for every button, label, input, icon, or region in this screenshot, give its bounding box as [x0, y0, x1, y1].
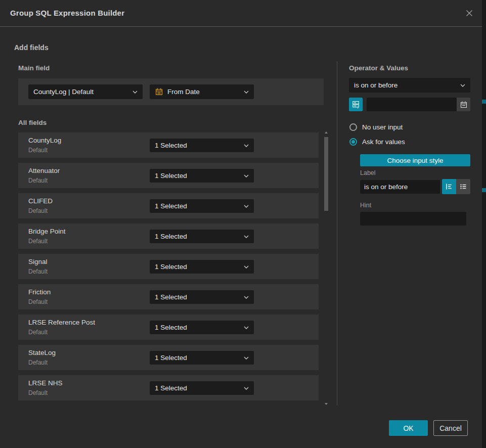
field-values-select[interactable]: 1 Selected	[150, 321, 254, 334]
chevron-down-icon	[244, 91, 249, 94]
field-row-lrse-nhs: LRSE NHS Default 1 Selected	[18, 375, 319, 400]
ok-button[interactable]: OK	[389, 420, 428, 436]
field-row-bridge-point: Bridge Point Default 1 Selected	[18, 223, 319, 249]
cancel-button[interactable]: Cancel	[433, 420, 468, 436]
unique-values-icon	[351, 100, 360, 109]
field-values-select[interactable]: 1 Selected	[150, 139, 254, 152]
field-row-statelog: StateLog Default 1 Selected	[18, 345, 319, 370]
date-picker-button[interactable]	[457, 98, 470, 111]
field-subtitle: Default	[28, 147, 48, 154]
chevron-down-icon	[460, 84, 465, 87]
field-name: LRSE Reference Post	[28, 319, 95, 326]
field-row-countylog: CountyLog Default 1 Selected	[18, 132, 319, 158]
add-fields-heading: Add fields	[14, 43, 49, 52]
field-name: Attenuator	[28, 167, 60, 174]
value-input[interactable]	[367, 98, 457, 111]
radio-label: Ask for values	[362, 138, 405, 146]
hint-input[interactable]	[360, 212, 466, 226]
label-caption: Label	[360, 169, 376, 176]
radio-icon-selected	[349, 138, 357, 146]
field-values-select[interactable]: 1 Selected	[150, 199, 254, 213]
chevron-down-icon	[244, 235, 249, 238]
field-subtitle: Default	[28, 298, 48, 305]
scroll-down-arrow[interactable]	[325, 403, 328, 405]
all-fields-label: All fields	[18, 119, 47, 126]
label-input[interactable]	[360, 180, 440, 194]
radio-no-user-input[interactable]: No user input	[349, 123, 403, 131]
background-app-fragment	[482, 100, 486, 104]
label-input-row	[360, 179, 470, 194]
field-row-clifed: CLIFED Default 1 Selected	[18, 193, 319, 218]
operator-values-heading: Operator & Values	[349, 64, 408, 72]
vertical-divider	[337, 61, 337, 406]
single-line-style-button[interactable]	[442, 179, 456, 194]
single-line-style-icon	[445, 183, 453, 191]
dialog-title: Group SQL Expression Builder	[10, 0, 124, 26]
operator-select-value: is on or before	[354, 81, 456, 89]
chevron-down-icon	[244, 387, 249, 390]
chevron-down-icon	[132, 91, 138, 94]
scroll-up-arrow[interactable]	[325, 131, 328, 133]
all-fields-list: CountyLog Default 1 Selected Attenuator …	[18, 132, 319, 406]
field-name: CLIFED	[28, 197, 53, 205]
field-values-select[interactable]: 1 Selected	[150, 351, 254, 365]
main-date-field-value: From Date	[167, 88, 240, 96]
group-sql-expression-builder-dialog: Group SQL Expression Builder Add fields …	[0, 0, 482, 448]
field-name: Bridge Point	[28, 228, 66, 235]
field-name: CountyLog	[28, 137, 61, 144]
field-subtitle: Default	[28, 329, 48, 336]
calendar-icon	[155, 87, 163, 96]
chevron-down-icon	[244, 174, 249, 177]
field-subtitle: Default	[28, 238, 48, 245]
chevron-down-icon	[244, 296, 249, 299]
background-app-fragment	[482, 188, 486, 192]
field-subtitle: Default	[28, 177, 48, 184]
chevron-down-icon	[244, 265, 249, 268]
main-layer-select-value: CountyLog | Default	[33, 88, 128, 96]
field-values-select[interactable]: 1 Selected	[150, 290, 254, 304]
field-values-select[interactable]: 1 Selected	[150, 381, 254, 395]
chevron-down-icon	[244, 144, 249, 147]
chevron-down-icon	[244, 356, 249, 360]
field-values-select[interactable]: 1 Selected	[150, 169, 254, 183]
radio-ask-for-values[interactable]: Ask for values	[349, 138, 405, 146]
choose-input-style-button[interactable]: Choose input style	[360, 154, 470, 166]
field-row-signal: Signal Default 1 Selected	[18, 254, 319, 279]
unique-values-button[interactable]	[349, 98, 363, 111]
field-values-select[interactable]: 1 Selected	[150, 260, 254, 274]
field-name: StateLog	[28, 349, 56, 356]
list-style-button[interactable]	[456, 179, 470, 194]
calendar-icon	[460, 101, 468, 109]
chevron-down-icon	[244, 326, 249, 329]
field-subtitle: Default	[28, 207, 48, 214]
value-input-row	[349, 98, 470, 111]
operator-select[interactable]: is on or before	[349, 78, 470, 93]
field-row-attenuator: Attenuator Default 1 Selected	[18, 163, 319, 188]
list-style-icon	[459, 183, 467, 191]
field-subtitle: Default	[28, 359, 48, 366]
field-name: LRSE NHS	[28, 379, 63, 387]
fields-scrollbar[interactable]	[323, 129, 330, 408]
main-field-panel: CountyLog | Default From Date	[18, 78, 324, 105]
operator-values-panel: Operator & Values is on or before	[349, 0, 470, 448]
hint-caption: Hint	[360, 202, 371, 209]
background-app-strip	[482, 0, 486, 448]
field-values-select[interactable]: 1 Selected	[150, 230, 254, 243]
radio-icon	[349, 123, 357, 131]
field-subtitle: Default	[28, 268, 48, 275]
radio-label: No user input	[362, 123, 403, 131]
field-row-lrse-reference-post: LRSE Reference Post Default 1 Selected	[18, 315, 319, 340]
field-subtitle: Default	[28, 389, 48, 396]
main-date-field-select[interactable]: From Date	[150, 84, 254, 99]
main-layer-select[interactable]: CountyLog | Default	[28, 84, 143, 99]
main-field-label: Main field	[18, 64, 50, 72]
field-row-friction: Friction Default 1 Selected	[18, 284, 319, 309]
field-name: Signal	[28, 258, 48, 265]
chevron-down-icon	[244, 205, 249, 208]
field-name: Friction	[28, 288, 51, 296]
scrollbar-thumb[interactable]	[324, 137, 328, 211]
